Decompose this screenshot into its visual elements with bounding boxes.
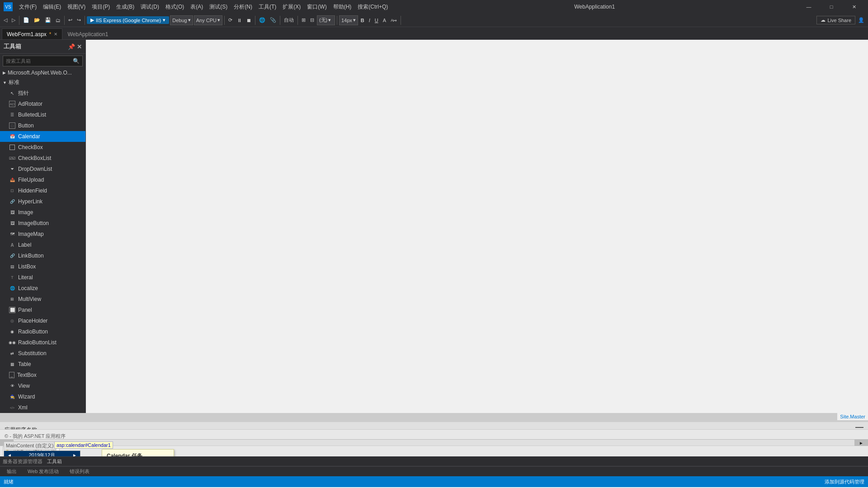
menu-window[interactable]: 窗口(W) xyxy=(304,2,329,12)
toolbox-item-wizard[interactable]: 🧙 Wizard xyxy=(0,391,85,402)
toolbox-tab[interactable]: 工具箱 xyxy=(47,458,62,465)
toolbox-item-fileupload[interactable]: 📤 FileUpload xyxy=(0,174,85,185)
calendar-widget[interactable]: ◄ 2019年12月 ► 周一 周二 周三 周四 周五 周六 周日 25 26 xyxy=(4,450,80,456)
live-share-button[interactable]: ☁ Live Share xyxy=(816,16,855,24)
calendar-tag-label[interactable]: asp:calendar#Calendar1 xyxy=(54,441,113,449)
toolbox-item-calendar[interactable]: 📅 Calendar xyxy=(0,131,85,142)
add-to-source-control[interactable]: 添加到源代码管理 xyxy=(825,479,864,485)
toolbox-item-image[interactable]: 🖼 Image xyxy=(0,207,85,218)
toolbox-item-xml[interactable]: </> Xml xyxy=(0,402,85,413)
toolbox-item-table[interactable]: ▦ Table xyxy=(0,359,85,370)
calendar-next-btn[interactable]: ► xyxy=(71,453,78,456)
toolbox-search-input[interactable] xyxy=(6,58,73,64)
minimize-button[interactable]: — xyxy=(798,0,819,14)
toolbar-undo[interactable]: ↩ xyxy=(66,15,74,26)
maximize-button[interactable]: □ xyxy=(821,0,842,14)
debug-dropdown[interactable]: Debug ▾ xyxy=(170,15,193,25)
output-tab[interactable]: 输出 xyxy=(2,467,22,476)
menu-table[interactable]: 表(A) xyxy=(188,2,206,12)
menu-debug[interactable]: 调试(D) xyxy=(138,2,162,12)
toolbox-item-localize[interactable]: 🌐 Localize xyxy=(0,283,85,294)
toolbar-underline[interactable]: U xyxy=(373,15,380,26)
toolbox-item-hyperlink[interactable]: 🔗 HyperLink xyxy=(0,196,85,207)
toolbox-item-substitution[interactable]: ⇄ Substitution xyxy=(0,348,85,359)
toolbox-item-textbox[interactable]: _ TextBox xyxy=(0,370,85,380)
toolbar-back[interactable]: ◁ xyxy=(2,15,9,26)
toolbar-auto[interactable]: 自动 xyxy=(282,15,296,26)
toolbox-item-view[interactable]: 👁 View xyxy=(0,380,85,391)
web-publish-tab[interactable]: Web 发布活动 xyxy=(23,467,64,476)
scroll-right-btn[interactable]: ► xyxy=(854,440,868,446)
style-dropdown[interactable]: (无) ▾ xyxy=(317,15,335,25)
toolbar-view2[interactable]: ⊟ xyxy=(308,15,316,26)
menu-tools[interactable]: 工具(T) xyxy=(256,2,279,12)
toolbox-close[interactable]: ✕ xyxy=(77,43,82,50)
toolbar-italic[interactable]: I xyxy=(367,15,372,26)
close-button[interactable]: ✕ xyxy=(844,0,864,14)
menu-format[interactable]: 格式(O) xyxy=(163,2,187,12)
toolbar-open[interactable]: 📂 xyxy=(32,15,42,26)
toolbox-section-standard-header[interactable]: ▼ 标准 xyxy=(0,77,85,88)
toolbox-section-aspnet-header[interactable]: ▶ Microsoft.AspNet.Web.O... xyxy=(0,68,85,77)
toolbox-item-bulletedlist[interactable]: ☰ BulletedList xyxy=(0,109,85,120)
toolbar-view-toggle[interactable]: ⊞ xyxy=(300,15,307,26)
toolbar-save[interactable]: 💾 xyxy=(43,15,53,26)
toolbar-forward[interactable]: ▷ xyxy=(10,15,17,26)
toolbox-item-listbox[interactable]: ▤ ListBox xyxy=(0,261,85,272)
toolbar-pause[interactable]: ⏸ xyxy=(235,15,244,26)
toolbox-item-literal[interactable]: T Literal xyxy=(0,272,85,283)
menu-analyze[interactable]: 分析(N) xyxy=(231,2,255,12)
horizontal-scrollbar[interactable]: ◄ ► xyxy=(0,439,868,446)
error-list-tab[interactable]: 错误列表 xyxy=(65,467,94,476)
tab-webform1[interactable]: WebForm1.aspx * ✕ xyxy=(2,28,62,39)
toolbox-pin[interactable]: 📌 xyxy=(68,43,75,50)
run-dropdown[interactable]: ▾ xyxy=(163,17,165,23)
toolbox-item-checkboxlist[interactable]: ☑☑ CheckBoxList xyxy=(0,153,85,164)
toolbox-item-dropdownlist[interactable]: ⏷ DropDownList xyxy=(0,164,85,174)
toolbox-search-box[interactable]: 🔍 xyxy=(3,56,83,66)
menu-build[interactable]: 生成(B) xyxy=(113,2,137,12)
toolbox-item-imagemap[interactable]: 🗺 ImageMap xyxy=(0,229,85,239)
menu-view[interactable]: 视图(V) xyxy=(65,2,88,12)
run-button[interactable]: ▶ IIS Express (Google Chrome) ▾ xyxy=(87,16,169,24)
menu-extensions[interactable]: 扩展(X) xyxy=(280,2,303,12)
toolbar-account[interactable]: 👤 xyxy=(856,15,866,26)
calendar-prev-btn[interactable]: ◄ xyxy=(6,453,13,456)
cpu-dropdown[interactable]: Any CPU ▾ xyxy=(194,15,222,25)
toolbox-item-hiddenfield[interactable]: ⊡ HiddenField xyxy=(0,185,85,196)
toolbox-item-radiobuttonlist[interactable]: ◉◉ RadioButtonList xyxy=(0,337,85,348)
toolbox-item-checkbox[interactable]: CheckBox xyxy=(0,142,85,153)
toolbar-refresh[interactable]: ⟳ xyxy=(226,15,234,26)
toolbox-item-panel[interactable]: ⬜ Panel xyxy=(0,305,85,315)
toolbar-redo[interactable]: ↪ xyxy=(75,15,83,26)
toolbox-item-imagebutton[interactable]: 🖼 ImageButton xyxy=(0,218,85,229)
main-content-label[interactable]: MainContent (自定义) xyxy=(4,441,56,450)
toolbox-item-linkbutton[interactable]: 🔗 LinkButton xyxy=(0,250,85,261)
font-size-dropdown[interactable]: 14px ▾ xyxy=(339,15,358,25)
toolbox-item-pointer[interactable]: ↖ 指针 xyxy=(0,88,85,99)
server-manager-tab[interactable]: 服务器资源管理器 xyxy=(3,458,42,465)
toolbar-browse[interactable]: 🌐 xyxy=(257,15,267,26)
menu-file[interactable]: 文件(F) xyxy=(16,2,39,12)
toolbar-attach[interactable]: 📎 xyxy=(268,15,278,26)
toolbar-new[interactable]: 📄 xyxy=(21,15,31,26)
site-master-label[interactable]: Site.Master xyxy=(837,413,868,421)
menu-project[interactable]: 项目(P) xyxy=(89,2,113,12)
tab-webapplication1[interactable]: WebApplication1 xyxy=(62,28,113,39)
toolbox-item-button[interactable]: □ Button xyxy=(0,120,85,131)
toolbar-align-right[interactable]: A↦ xyxy=(389,15,399,26)
toolbar-stop[interactable]: ⏹ xyxy=(245,15,253,26)
toolbox-item-adrotator[interactable]: AD AdRotator xyxy=(0,99,85,109)
toolbox-item-label[interactable]: A Label xyxy=(0,239,85,250)
toolbox-item-radiobutton[interactable]: ◉ RadioButton xyxy=(0,326,85,337)
toolbar-bold[interactable]: B xyxy=(359,15,366,26)
menu-edit[interactable]: 编辑(E) xyxy=(40,2,64,12)
menu-help[interactable]: 帮助(H) xyxy=(330,2,354,12)
toolbar-align-left[interactable]: A xyxy=(381,15,388,26)
menu-test[interactable]: 测试(S) xyxy=(207,2,230,12)
tab-webform1-close[interactable]: ✕ xyxy=(54,32,57,37)
menu-search[interactable]: 搜索(Ctrl+Q) xyxy=(355,2,391,12)
toolbox-item-placeholder[interactable]: ◎ PlaceHolder xyxy=(0,315,85,326)
toolbar-save-all[interactable]: 🗂 xyxy=(54,15,62,26)
toolbox-item-multiview[interactable]: ⊞ MultiView xyxy=(0,294,85,305)
